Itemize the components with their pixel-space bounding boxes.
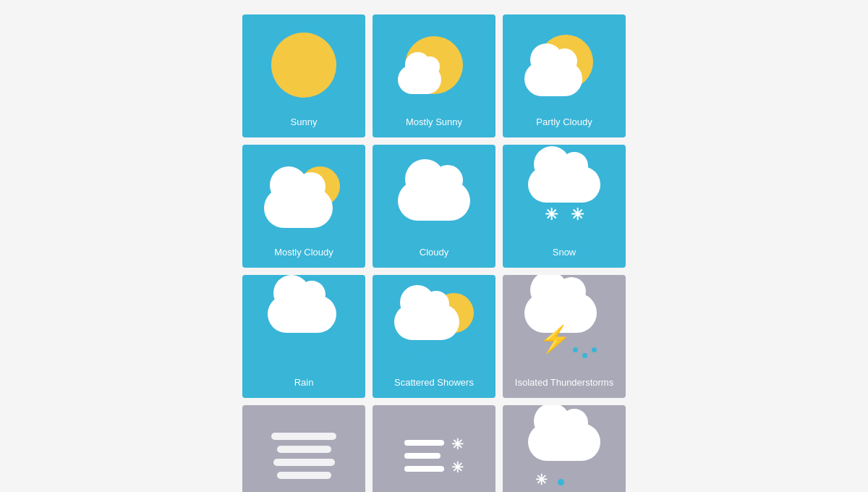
card-label-mostly-sunny: Mostly Sunny [406,116,462,127]
rain-and-snow-icon: ✳ [503,405,626,492]
rain-icon [242,275,365,376]
card-label-sunny: Sunny [291,116,318,127]
card-label-mostly-cloudy: Mostly Cloudy [274,247,333,258]
scattered-showers-icon [373,275,495,376]
card-label-rain: Rain [294,377,314,388]
card-label-cloudy: Cloudy [420,247,448,258]
sunny-icon [242,14,365,116]
cloudy-icon [373,145,495,246]
card-mostly-sunny[interactable]: Mostly Sunny [373,14,495,137]
card-scattered-showers[interactable]: Scattered Showers [373,275,495,398]
card-label-isolated-thunderstorms: Isolated Thunderstorms [515,377,613,388]
card-mostly-cloudy[interactable]: Mostly Cloudy [242,145,365,268]
partly-cloudy-icon [503,14,626,116]
card-rain[interactable]: Rain [242,275,365,398]
mostly-cloudy-icon [242,145,365,246]
snow-icon: ✳ ✳ [503,145,626,246]
card-rain-and-snow[interactable]: ✳ Rain and Snow [503,405,626,492]
card-cloudy[interactable]: Cloudy [373,145,495,268]
card-snow[interactable]: ✳ ✳ Snow [503,145,626,268]
card-sunny[interactable]: Sunny [242,14,365,137]
card-label-partly-cloudy: Partly Cloudy [536,116,592,127]
card-fog[interactable]: Fog or Mist [242,405,365,492]
card-isolated-thunderstorms[interactable]: ⚡ Isolated Thunderstorms [503,275,626,398]
weather-grid: Sunny Mostly Sunny Partly Cloudy [228,0,640,492]
card-label-scattered-showers: Scattered Showers [394,377,474,388]
card-partly-cloudy[interactable]: Partly Cloudy [503,14,626,137]
card-label-snow: Snow [553,247,576,258]
thunderstorms-icon: ⚡ [503,275,626,376]
blizzard-icon: ✳ ✳ [373,405,495,492]
mostly-sunny-icon [373,14,495,116]
card-blizzard[interactable]: ✳ ✳ Blizzard [373,405,495,492]
fog-icon [242,405,365,492]
